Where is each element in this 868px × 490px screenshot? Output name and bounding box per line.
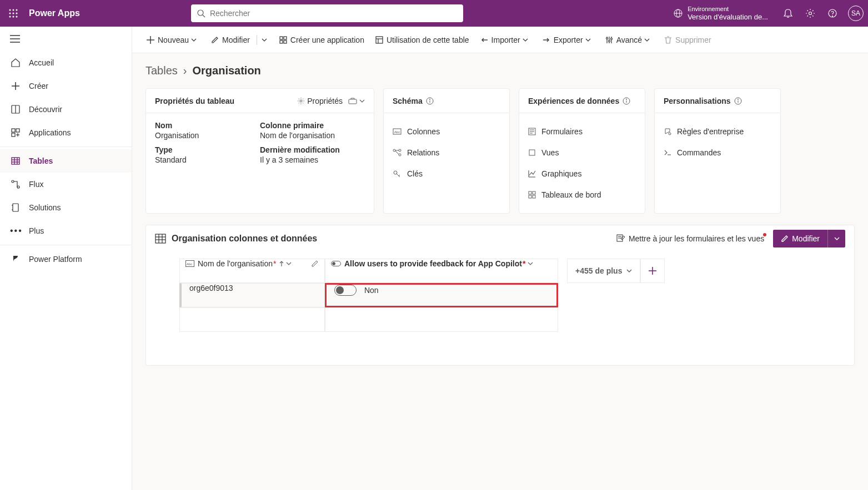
link-formulaires[interactable]: Formulaires	[528, 121, 636, 142]
breadcrumb-parent[interactable]: Tables	[145, 64, 178, 77]
svg-point-87	[669, 133, 671, 135]
env-name: Version d'évaluation de...	[688, 13, 768, 22]
utilisation-button[interactable]: Utilisation de cette table	[370, 30, 475, 50]
info-icon[interactable]	[623, 97, 630, 105]
sidebar-item-solutions[interactable]: Solutions	[0, 196, 132, 219]
properties-link[interactable]: Propriétés	[297, 97, 343, 105]
card-title: Schéma	[393, 97, 423, 105]
avance-button[interactable]: Avancé	[600, 30, 659, 50]
svg-rect-58	[349, 99, 357, 104]
chevron-down-icon	[359, 99, 365, 103]
svg-line-10	[203, 15, 205, 17]
nouveau-button[interactable]: Nouveau	[141, 30, 205, 50]
svg-line-66	[395, 151, 399, 154]
modifier-split[interactable]	[258, 30, 274, 50]
svg-point-56	[610, 38, 612, 39]
cell-org-name[interactable]: org6e0f9013	[179, 283, 325, 307]
book-icon	[10, 104, 21, 114]
svg-point-4	[13, 13, 14, 14]
update-forms-link[interactable]: Mettre à jour les formulaires et les vue…	[616, 234, 764, 243]
info-icon[interactable]	[734, 97, 742, 105]
empty-cell[interactable]	[179, 307, 325, 332]
sidebar-item-plus[interactable]: •••Plus	[0, 219, 132, 243]
waffle-icon[interactable]	[4, 4, 22, 22]
chart-icon	[528, 170, 536, 178]
avatar[interactable]: SA	[848, 6, 864, 21]
help-icon[interactable]	[821, 2, 844, 24]
edit-column-icon[interactable]	[311, 260, 319, 267]
importer-button[interactable]: Importer	[475, 30, 537, 50]
settings-icon[interactable]	[799, 2, 821, 24]
link-commandes[interactable]: Commandes	[664, 142, 771, 163]
tools-dropdown[interactable]	[348, 97, 365, 105]
search-box[interactable]	[191, 4, 463, 22]
delete-icon	[664, 36, 672, 44]
link-graphiques[interactable]: Graphiques	[528, 163, 636, 184]
svg-point-101	[333, 262, 335, 265]
svg-rect-89	[155, 234, 165, 243]
sidebar-item-label: Flux	[29, 180, 43, 189]
modifier-split-button[interactable]	[827, 230, 845, 247]
hamburger-icon[interactable]	[0, 27, 132, 51]
table-icon	[155, 234, 166, 244]
link-vues[interactable]: Vues	[528, 142, 636, 163]
commands-icon	[664, 149, 671, 156]
svg-point-61	[429, 99, 430, 99]
toolbar-label: Exporter	[554, 36, 583, 44]
prop-type-label: Type	[155, 145, 260, 154]
prop-modified-value: Il y a 3 semaines	[260, 155, 365, 164]
data-grid-card: Organisation colonnes et données Mettre …	[145, 225, 855, 366]
sidebar-item-label: Applications	[29, 128, 71, 137]
plus-icon	[147, 36, 154, 44]
chevron-down-icon	[834, 237, 840, 240]
svg-point-15	[809, 12, 812, 15]
search-input[interactable]	[210, 9, 458, 18]
relations-icon	[393, 149, 402, 156]
link-regles[interactable]: Règles d'entreprise	[664, 121, 771, 142]
creer-app-button[interactable]: Créer une application	[274, 30, 370, 50]
prop-type-value: Standard	[155, 155, 260, 164]
svg-point-17	[832, 16, 833, 17]
link-tableaux-bord[interactable]: Tableaux de bord	[528, 184, 636, 205]
sidebar-item-power-platform[interactable]: Power Platform	[0, 247, 132, 271]
add-column-button[interactable]	[640, 259, 665, 283]
text-icon: Abc	[185, 260, 194, 267]
sidebar-item-creer[interactable]: Créer	[0, 74, 132, 98]
properties-card: Propriétés du tableau Propriétés	[145, 88, 374, 214]
exporter-button[interactable]: Exporter	[537, 30, 600, 50]
link-relations[interactable]: Relations	[393, 142, 500, 163]
sidebar-item-applications[interactable]: Applications	[0, 121, 132, 144]
plus-icon	[10, 81, 21, 91]
empty-cell[interactable]	[325, 307, 558, 332]
toolbox-icon	[348, 97, 357, 105]
environment-picker[interactable]: Environnement Version d'évaluation de...	[673, 6, 768, 22]
flow-icon	[10, 179, 21, 189]
toolbar-label: Nouveau	[158, 36, 189, 44]
search-icon	[197, 9, 205, 18]
column-header-feedback[interactable]: Allow users to provide feedback for App …	[325, 259, 558, 283]
notifications-icon[interactable]	[777, 2, 799, 24]
modifier-button[interactable]: Modifier	[205, 30, 255, 50]
link-cles[interactable]: Clés	[393, 163, 500, 184]
more-icon: •••	[10, 226, 21, 236]
env-label: Environnement	[688, 6, 768, 13]
prop-name-label: Nom	[155, 121, 260, 130]
toggle-switch[interactable]	[334, 285, 357, 296]
svg-point-35	[12, 180, 14, 183]
export-icon	[543, 36, 550, 44]
cell-feedback-toggle[interactable]: Non	[325, 283, 558, 307]
svg-rect-42	[280, 37, 283, 39]
column-header-name[interactable]: Abc Nom de l'organisation*	[179, 259, 325, 283]
toolbar-label: Importer	[491, 36, 520, 44]
modifier-primary-button[interactable]: Modifier	[773, 230, 827, 247]
sidebar-item-flux[interactable]: Flux	[0, 173, 132, 196]
sidebar-item-tables[interactable]: Tables	[0, 149, 132, 173]
sidebar-item-decouvrir[interactable]: Découvrir	[0, 98, 132, 121]
sidebar-item-label: Accueil	[29, 58, 54, 67]
more-columns-button[interactable]: +455 de plus	[567, 259, 640, 283]
table-icon	[10, 156, 21, 166]
sidebar-item-accueil[interactable]: Accueil	[0, 51, 132, 74]
link-colonnes[interactable]: AbcColonnes	[393, 121, 500, 142]
info-icon[interactable]	[426, 97, 434, 105]
chevron-down-icon	[585, 38, 591, 42]
